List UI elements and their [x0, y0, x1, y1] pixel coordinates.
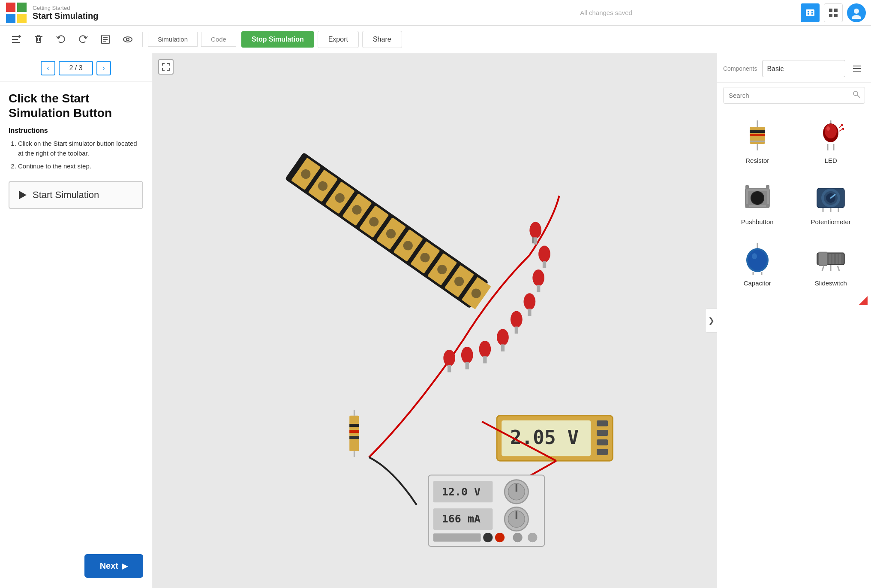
topbar-title: Start Simulating	[33, 11, 411, 21]
components-grid: Resistor LED	[717, 110, 871, 294]
svg-marker-27	[19, 191, 27, 199]
svg-point-68	[443, 350, 455, 366]
component-item-slideswitch[interactable]: Slideswitch	[794, 232, 868, 294]
svg-rect-127	[745, 204, 749, 208]
component-name-potentiometer: Potentiometer	[811, 218, 851, 225]
component-name-led: LED	[825, 157, 837, 164]
svg-point-124	[751, 192, 763, 204]
svg-rect-71	[349, 424, 359, 427]
next-button[interactable]: Next ▶	[84, 554, 143, 578]
component-item-potentiometer[interactable]: Potentiometer	[794, 171, 868, 232]
toolbar-redo-tool[interactable]	[74, 30, 93, 49]
canvas-collapse-button[interactable]: ❯	[705, 309, 717, 333]
main-layout: ‹ 2 / 3 › Click the Start Simulation But…	[0, 53, 871, 588]
svg-rect-125	[745, 185, 749, 189]
svg-point-14	[852, 15, 861, 19]
components-header: Components Basic All Featured	[717, 53, 871, 83]
svg-rect-11	[829, 14, 832, 17]
tinkercad-logo	[5, 2, 27, 24]
svg-rect-145	[829, 254, 831, 264]
next-arrow-icon: ▶	[122, 561, 128, 571]
svg-rect-61	[515, 327, 518, 334]
svg-rect-73	[349, 436, 359, 439]
circuit-canvas: 2.05 V 12.0 V 166 mA	[152, 53, 717, 588]
toolbar-view-tool[interactable]	[118, 30, 137, 49]
toolbar-notes-tool[interactable]	[96, 30, 115, 49]
toolbar-export-button[interactable]: Export	[318, 31, 359, 48]
topbar-film-button[interactable]	[801, 3, 820, 22]
component-item-resistor[interactable]: Resistor	[721, 110, 794, 171]
component-item-led[interactable]: LED	[794, 110, 868, 171]
toolbar-tab-code[interactable]: Code	[201, 32, 236, 47]
svg-rect-59	[528, 309, 531, 316]
sidebar: ‹ 2 / 3 › Click the Start Simulation But…	[0, 53, 152, 588]
svg-rect-7	[808, 13, 809, 15]
svg-rect-6	[811, 11, 813, 12]
toolbar-separator	[142, 32, 143, 47]
components-panel: Components Basic All Featured	[717, 53, 871, 588]
topbar-grid-button[interactable]	[824, 3, 843, 22]
component-name-slideswitch: Slideswitch	[815, 279, 847, 287]
topbar: Getting Started Start Simulating All cha…	[0, 0, 871, 26]
search-icon	[848, 90, 865, 100]
toolbar-delete-tool[interactable]	[29, 30, 48, 49]
svg-rect-5	[808, 11, 809, 12]
svg-rect-67	[466, 362, 469, 369]
svg-rect-111	[750, 141, 765, 142]
toolbar: Simulation Code Stop Simulation Export S…	[0, 26, 871, 53]
svg-point-54	[538, 246, 550, 262]
pager-next-button[interactable]: ›	[96, 61, 111, 75]
component-item-capacitor[interactable]: Capacitor	[721, 232, 794, 294]
svg-rect-146	[832, 254, 834, 264]
svg-rect-96	[433, 533, 481, 541]
svg-rect-80	[597, 430, 608, 436]
start-simulation-label: Start Simulation	[33, 189, 99, 201]
svg-rect-1	[17, 3, 27, 12]
component-item-pushbutton[interactable]: Pushbutton	[721, 171, 794, 232]
svg-rect-109	[750, 134, 765, 136]
toolbar-undo-tool[interactable]	[51, 30, 70, 49]
toolbar-share-button[interactable]: Share	[362, 31, 402, 48]
svg-rect-149	[819, 252, 827, 266]
svg-point-58	[524, 293, 536, 310]
svg-rect-63	[501, 344, 505, 351]
toolbar-tab-simulate[interactable]: Simulation	[148, 32, 198, 47]
components-search-bar	[723, 87, 865, 104]
svg-rect-12	[834, 14, 838, 17]
svg-point-26	[126, 38, 129, 41]
topbar-avatar[interactable]	[847, 3, 866, 22]
svg-point-64	[479, 341, 491, 357]
svg-rect-147	[836, 254, 838, 264]
svg-rect-108	[750, 130, 765, 133]
svg-rect-72	[349, 430, 359, 433]
topbar-title-area: Getting Started Start Simulating	[33, 5, 411, 21]
pager-prev-button[interactable]: ‹	[41, 61, 55, 75]
svg-rect-52	[534, 237, 537, 245]
components-search-input[interactable]	[724, 87, 848, 103]
svg-point-13	[854, 9, 859, 14]
svg-rect-148	[839, 254, 841, 264]
svg-rect-3	[17, 14, 27, 23]
svg-point-56	[532, 270, 544, 286]
svg-line-150	[822, 266, 824, 271]
sidebar-content: Click the Start Simulation Button Instru…	[0, 82, 152, 547]
svg-rect-9	[829, 9, 832, 12]
svg-point-99	[513, 533, 523, 542]
toolbar-align-tool[interactable]	[7, 30, 26, 49]
components-category-select[interactable]: Basic All Featured	[762, 60, 845, 77]
svg-point-142	[752, 253, 757, 259]
svg-point-97	[483, 533, 493, 542]
svg-rect-82	[597, 449, 608, 455]
start-simulation-box[interactable]: Start Simulation	[9, 181, 143, 209]
svg-text:166 mA: 166 mA	[442, 513, 481, 525]
toolbar-stop-simulation-button[interactable]: Stop Simulation	[241, 31, 314, 48]
topbar-subtitle: Getting Started	[33, 5, 411, 11]
topbar-saved-status: All changes saved	[417, 9, 796, 16]
next-button-label: Next	[100, 561, 118, 571]
components-list-view-button[interactable]	[849, 60, 865, 77]
canvas-area: 2.05 V 12.0 V 166 mA	[152, 53, 717, 588]
svg-rect-0	[6, 3, 15, 12]
svg-rect-126	[766, 185, 769, 189]
svg-point-138	[748, 250, 767, 270]
canvas-fullscreen-button[interactable]	[158, 59, 174, 75]
